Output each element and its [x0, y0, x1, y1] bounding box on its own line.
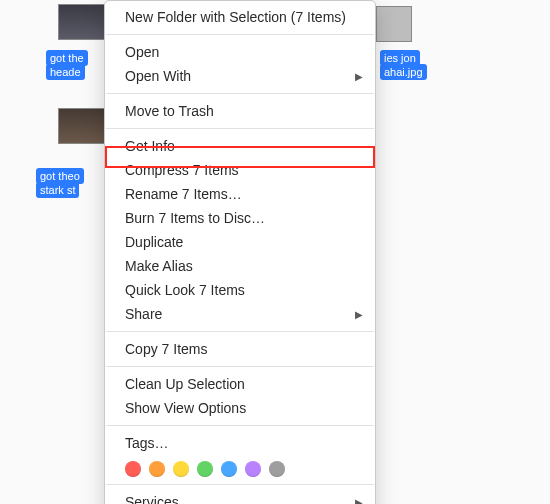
tags-row: [105, 455, 375, 479]
menu-open-with-label: Open With: [125, 68, 191, 84]
menu-open[interactable]: Open: [105, 40, 375, 64]
menu-share-label: Share: [125, 306, 162, 322]
menu-compress[interactable]: Compress 7 Items: [105, 158, 375, 182]
menu-burn[interactable]: Burn 7 Items to Disc…: [105, 206, 375, 230]
tag-dot-yellow[interactable]: [173, 461, 189, 477]
tag-dot-purple[interactable]: [245, 461, 261, 477]
menu-share[interactable]: Share: [105, 302, 375, 326]
tag-dot-gray[interactable]: [269, 461, 285, 477]
file-thumbnail[interactable]: [376, 6, 412, 42]
menu-quick-look[interactable]: Quick Look 7 Items: [105, 278, 375, 302]
menu-duplicate[interactable]: Duplicate: [105, 230, 375, 254]
menu-get-info[interactable]: Get Info: [105, 134, 375, 158]
menu-services-label: Services: [125, 494, 179, 504]
file-label: ahai.jpg: [380, 64, 427, 80]
menu-copy[interactable]: Copy 7 Items: [105, 337, 375, 361]
menu-show-view-options[interactable]: Show View Options: [105, 396, 375, 420]
file-label: heade: [46, 64, 85, 80]
tag-dot-red[interactable]: [125, 461, 141, 477]
menu-separator: [106, 366, 374, 367]
menu-separator: [106, 331, 374, 332]
file-label: stark st: [36, 182, 79, 198]
menu-separator: [106, 93, 374, 94]
menu-tags[interactable]: Tags…: [105, 431, 375, 455]
menu-move-to-trash[interactable]: Move to Trash: [105, 99, 375, 123]
menu-separator: [106, 34, 374, 35]
tag-dot-blue[interactable]: [221, 461, 237, 477]
menu-services[interactable]: Services: [105, 490, 375, 504]
menu-separator: [106, 484, 374, 485]
menu-open-with[interactable]: Open With: [105, 64, 375, 88]
menu-rename[interactable]: Rename 7 Items…: [105, 182, 375, 206]
menu-new-folder[interactable]: New Folder with Selection (7 Items): [105, 5, 375, 29]
tag-dot-green[interactable]: [197, 461, 213, 477]
context-menu: New Folder with Selection (7 Items) Open…: [104, 0, 376, 504]
menu-make-alias[interactable]: Make Alias: [105, 254, 375, 278]
tag-dot-orange[interactable]: [149, 461, 165, 477]
menu-clean-up[interactable]: Clean Up Selection: [105, 372, 375, 396]
menu-separator: [106, 128, 374, 129]
menu-separator: [106, 425, 374, 426]
